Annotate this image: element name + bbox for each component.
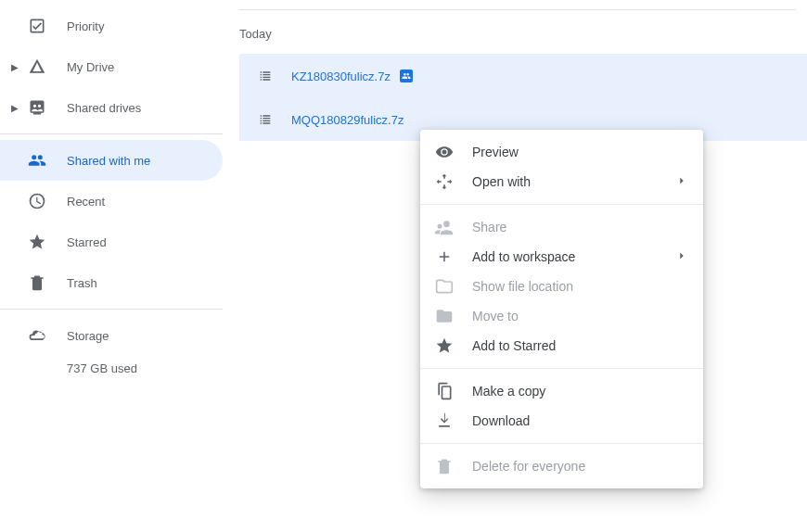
menu-item-label: Move to bbox=[472, 309, 688, 323]
chevron-right-icon[interactable]: ▶ bbox=[11, 103, 22, 113]
menu-item-label: Make a copy bbox=[472, 384, 688, 399]
sidebar-item-label: Priority bbox=[67, 19, 104, 33]
sidebar-item-label: Storage bbox=[67, 329, 109, 343]
section-header-today: Today bbox=[239, 10, 807, 54]
file-name: KZ180830fulicz.7z bbox=[291, 70, 391, 83]
sidebar-item-label: My Drive bbox=[67, 60, 114, 74]
sidebar: Priority ▶ My Drive ▶ Shared drives Shar… bbox=[0, 0, 223, 532]
menu-item-make-a-copy[interactable]: Make a copy bbox=[420, 376, 703, 406]
sidebar-item-my-drive[interactable]: ▶ My Drive bbox=[0, 46, 223, 87]
eye-icon bbox=[435, 143, 454, 161]
trash-icon bbox=[435, 457, 454, 475]
menu-item-label: Delete for everyone bbox=[472, 459, 688, 474]
open-with-icon bbox=[435, 172, 454, 191]
menu-item-label: Add to workspace bbox=[472, 249, 675, 264]
shared-icon bbox=[26, 149, 48, 171]
shared-drives-icon bbox=[26, 96, 48, 119]
menu-separator bbox=[420, 204, 703, 205]
menu-item-preview[interactable]: Preview bbox=[420, 137, 703, 167]
menu-separator bbox=[420, 368, 703, 369]
menu-item-download[interactable]: Download bbox=[420, 406, 703, 436]
plus-icon bbox=[435, 247, 454, 266]
menu-item-add-to-starred[interactable]: Add to Starred bbox=[420, 331, 703, 361]
sidebar-item-priority[interactable]: Priority bbox=[0, 6, 223, 46]
cloud-icon bbox=[26, 324, 48, 347]
context-menu: Preview Open with Share Add to workspace… bbox=[420, 130, 703, 488]
menu-item-label: Add to Starred bbox=[472, 338, 688, 353]
sidebar-item-label: Shared drives bbox=[67, 101, 141, 115]
sidebar-item-starred[interactable]: Starred bbox=[0, 222, 223, 262]
menu-item-move-to: Move to bbox=[420, 301, 703, 331]
file-name: MQQ180829fulicz.7z bbox=[291, 113, 404, 127]
sidebar-item-shared-drives[interactable]: ▶ Shared drives bbox=[0, 87, 223, 128]
menu-item-add-to-workspace[interactable]: Add to workspace bbox=[420, 242, 703, 272]
file-type-icon bbox=[258, 69, 273, 83]
menu-item-label: Download bbox=[472, 413, 688, 428]
star-icon bbox=[435, 336, 454, 355]
sidebar-divider bbox=[0, 309, 223, 310]
star-icon bbox=[26, 231, 48, 253]
storage-used-text: 737 GB used bbox=[67, 361, 223, 375]
menu-item-open-with[interactable]: Open with bbox=[420, 167, 703, 196]
menu-item-delete-for-everyone: Delete for everyone bbox=[420, 451, 703, 481]
menu-separator bbox=[420, 443, 703, 444]
menu-item-share: Share bbox=[420, 212, 703, 242]
file-row[interactable]: KZ180830fulicz.7z bbox=[239, 54, 807, 97]
sidebar-item-storage[interactable]: Storage bbox=[0, 315, 223, 356]
sidebar-item-label: Recent bbox=[67, 195, 105, 209]
sidebar-item-shared-with-me[interactable]: Shared with me bbox=[0, 140, 223, 181]
trash-icon bbox=[26, 272, 48, 294]
menu-item-show-file-location: Show file location bbox=[420, 272, 703, 301]
shared-badge-icon bbox=[400, 70, 413, 82]
move-icon bbox=[435, 307, 454, 325]
sidebar-item-recent[interactable]: Recent bbox=[0, 181, 223, 222]
drive-icon bbox=[26, 56, 48, 78]
priority-icon bbox=[26, 15, 48, 37]
folder-icon bbox=[435, 277, 454, 296]
chevron-right-icon bbox=[675, 174, 688, 190]
sidebar-item-label: Starred bbox=[67, 235, 107, 249]
sidebar-divider bbox=[0, 133, 223, 134]
chevron-right-icon[interactable]: ▶ bbox=[11, 62, 22, 72]
download-icon bbox=[435, 412, 454, 430]
share-icon bbox=[435, 218, 454, 236]
menu-item-label: Preview bbox=[472, 145, 688, 159]
sidebar-item-label: Trash bbox=[67, 276, 97, 290]
menu-item-label: Open with bbox=[472, 174, 675, 189]
file-type-icon bbox=[258, 112, 273, 127]
copy-icon bbox=[435, 382, 454, 400]
sidebar-item-trash[interactable]: Trash bbox=[0, 262, 223, 303]
menu-item-label: Share bbox=[472, 220, 688, 234]
sidebar-item-label: Shared with me bbox=[67, 154, 150, 168]
chevron-right-icon bbox=[675, 249, 688, 265]
storage-usage: 737 GB used bbox=[0, 361, 223, 375]
menu-item-label: Show file location bbox=[472, 279, 688, 294]
recent-icon bbox=[26, 190, 48, 212]
